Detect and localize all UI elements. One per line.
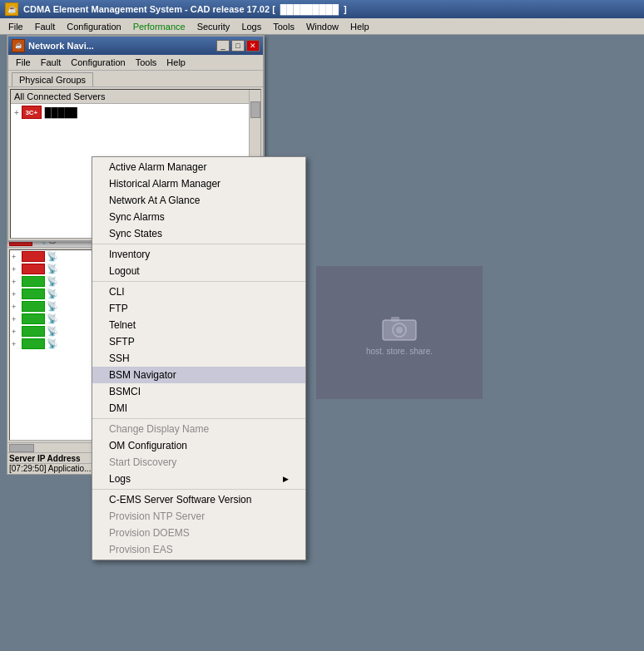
dev-icon-6: 📡 [47, 313, 58, 324]
ctx-historical-alarm-manager[interactable]: Historical Alarm Manager [92, 175, 305, 192]
ctx-provision-ntp: Provision NTP Server [92, 508, 305, 525]
main-menu-file[interactable]: File [3, 21, 28, 32]
ctx-sync-states[interactable]: Sync States [92, 225, 305, 242]
nav-tab-bar: Physical Groups [8, 71, 263, 87]
ctx-sftp[interactable]: SFTP [92, 333, 305, 350]
ctx-bsmci[interactable]: BSMCI [92, 383, 305, 400]
context-menu: Active Alarm Manager Historical Alarm Ma… [92, 156, 306, 560]
ctx-bsm-navigator[interactable]: BSM Navigator [92, 367, 305, 383]
nav-title-left: ☕ Network Navi... [12, 39, 94, 52]
nav-menu-file[interactable]: File [12, 57, 35, 68]
nav-menu-configuration[interactable]: Configuration [67, 57, 129, 68]
dev-box-red-1 [22, 251, 45, 262]
ctx-inventory[interactable]: Inventory [92, 246, 305, 263]
nav-tree-item[interactable]: + 3C+ █████ [11, 104, 260, 121]
expand-1: + [12, 253, 20, 261]
dev-box-green-3 [22, 276, 45, 287]
nav-menubar: File Fault Configuration Tools Help [8, 55, 263, 71]
main-menu-logs[interactable]: Logs [236, 21, 266, 32]
node-label: 3C+ [25, 109, 37, 116]
main-menu-configuration[interactable]: Configuration [62, 21, 126, 32]
ctx-cli[interactable]: CLI [92, 284, 305, 300]
h-scrollbar-thumb[interactable] [9, 444, 34, 452]
ctx-logs[interactable]: Logs [92, 471, 305, 487]
svg-point-6 [396, 327, 403, 333]
ctx-om-configuration[interactable]: OM Configuration [92, 437, 305, 454]
dev-icon-4: 📡 [47, 289, 58, 299]
ctx-sep-1 [92, 244, 305, 244]
device-row-1: + 📡 [10, 250, 99, 263]
nav-menu-help[interactable]: Help [162, 57, 190, 68]
main-menu-help[interactable]: Help [345, 21, 374, 32]
main-menu-performance[interactable]: Performance [128, 21, 191, 32]
dev-icon-7: 📡 [47, 326, 58, 337]
nav-menu-fault[interactable]: Fault [37, 57, 65, 68]
nav-close-button[interactable]: ✕ [246, 40, 260, 52]
dev-box-green-6 [22, 313, 45, 324]
nav-window-controls: _ □ ✕ [216, 40, 260, 52]
ctx-start-discovery: Start Discovery [92, 454, 305, 471]
nav-maximize-button[interactable]: □ [231, 40, 245, 52]
device-row-7: + 📡 [10, 325, 99, 338]
expand-icon: + [14, 108, 19, 117]
ctx-network-at-a-glance[interactable]: Network At A Glance [92, 192, 305, 209]
dev-icon-8: 📡 [47, 338, 58, 349]
ctx-ssh[interactable]: SSH [92, 350, 305, 367]
nav-scrollbar-thumb[interactable] [250, 101, 260, 118]
expand-5: + [12, 303, 20, 311]
dev-box-green-8 [22, 338, 45, 349]
ctx-provision-doems: Provision DOEMS [92, 525, 305, 541]
ctx-sep-4 [92, 489, 305, 490]
ctx-sep-3 [92, 418, 305, 419]
pb-camera-icon-right [379, 310, 420, 343]
dev-box-red-2 [22, 264, 45, 274]
server-ip-label: Server IP Address [9, 454, 100, 464]
ctx-change-display-name: Change Display Name [92, 421, 305, 437]
dev-icon-5: 📡 [47, 301, 58, 312]
expand-6: + [12, 315, 20, 323]
nav-status-section: Server IP Address [07:29:50] Applicatio.… [7, 452, 102, 474]
tab-physical-groups[interactable]: Physical Groups [12, 72, 93, 86]
pb-text-right: host. store. share. [366, 347, 433, 356]
nav-all-connected: All Connected Servers [11, 90, 260, 104]
node-name: █████ [45, 107, 77, 117]
ctx-sep-2 [92, 281, 305, 282]
app-icon: ☕ [5, 2, 18, 16]
h-scrollbar[interactable] [7, 442, 102, 452]
expand-7: + [12, 328, 20, 336]
device-row-2: + 📡 [10, 263, 99, 275]
ctx-telnet[interactable]: Telnet [92, 317, 305, 333]
device-row-6: + 📡 [10, 313, 99, 325]
main-menu-tools[interactable]: Tools [268, 21, 300, 32]
expand-8: + [12, 340, 20, 348]
main-menu-fault[interactable]: Fault [30, 21, 60, 32]
device-row-8: + 📡 [10, 338, 99, 350]
nav-menu-tools[interactable]: Tools [131, 57, 161, 68]
dev-icon-3: 📡 [47, 276, 58, 287]
title-close-bracket: ] [344, 4, 347, 14]
dev-box-green-5 [22, 301, 45, 312]
ctx-logout[interactable]: Logout [92, 263, 305, 279]
ctx-sync-alarms[interactable]: Sync Alarms [92, 209, 305, 225]
main-title: CDMA Element Management System - CAD rel… [23, 4, 275, 14]
device-row-3: + 📡 [10, 275, 99, 288]
main-menu-security[interactable]: Security [192, 21, 235, 32]
ctx-ftp[interactable]: FTP [92, 300, 305, 317]
photobucket-overlay-right: host. store. share. [316, 266, 483, 399]
ctx-dmi[interactable]: DMI [92, 400, 305, 417]
ctx-cems-version[interactable]: C-EMS Server Software Version [92, 491, 305, 508]
main-menu-window[interactable]: Window [301, 21, 344, 32]
node-icon: 3C+ [22, 106, 42, 119]
device-list: + 📡 + 📡 + 📡 + 📡 + 📡 + 📡 [9, 249, 100, 441]
device-row-5: + 📡 [10, 300, 99, 313]
java-icon: ☕ [12, 39, 25, 52]
expand-4: + [12, 290, 20, 298]
main-menubar: File Fault Configuration Performance Sec… [0, 18, 644, 35]
device-panel: 🔧 Ⓐ + 📡 + 📡 + 📡 + 📡 + 📡 [7, 233, 102, 475]
nav-minimize-button[interactable]: _ [216, 40, 230, 52]
nav-titlebar: ☕ Network Navi... _ □ ✕ [8, 37, 263, 55]
device-row-4: + 📡 [10, 288, 99, 300]
ctx-active-alarm-manager[interactable]: Active Alarm Manager [92, 159, 305, 175]
svg-rect-7 [391, 317, 399, 322]
expand-2: + [12, 265, 20, 274]
